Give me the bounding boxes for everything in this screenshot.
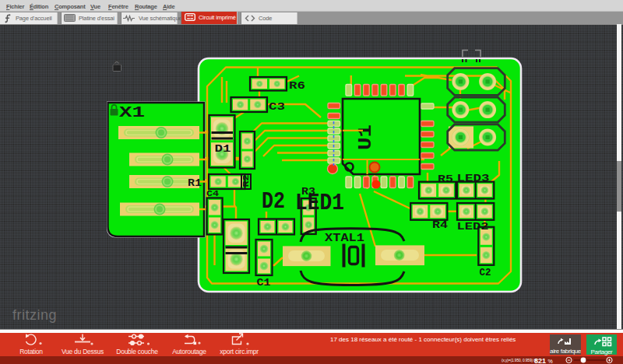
svg-text:R4: R4 <box>432 219 448 231</box>
svg-text:R1: R1 <box>188 177 202 189</box>
svg-text:R5: R5 <box>438 173 453 185</box>
svg-text:C1: C1 <box>257 277 271 289</box>
svg-text:LED2: LED2 <box>457 221 489 233</box>
svg-text:C3: C3 <box>269 101 285 113</box>
svg-text:U1: U1 <box>355 124 376 150</box>
svg-text:D1: D1 <box>215 144 231 155</box>
svg-text:LED1: LED1 <box>295 190 344 216</box>
svg-text:R2: R2 <box>241 175 251 187</box>
svg-text:XTAL1: XTAL1 <box>325 232 364 245</box>
svg-text:R6: R6 <box>289 80 305 92</box>
svg-text:D2: D2 <box>262 188 285 215</box>
svg-text:LED3: LED3 <box>457 173 490 184</box>
svg-text:C4: C4 <box>206 189 219 198</box>
svg-text:X1: X1 <box>119 103 145 121</box>
svg-text:C2: C2 <box>480 267 491 278</box>
